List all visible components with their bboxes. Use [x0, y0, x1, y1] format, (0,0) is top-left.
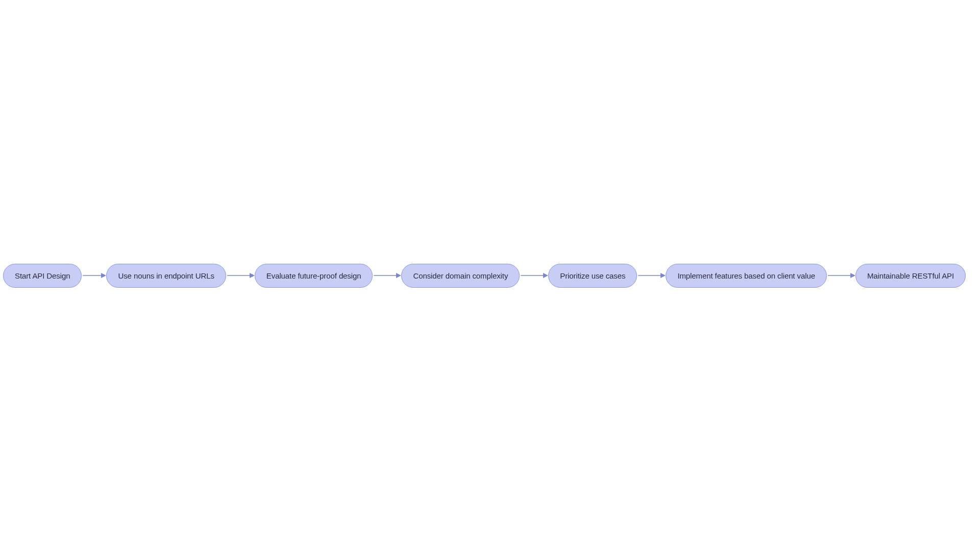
- flow-node-maintainable: Maintainable RESTful API: [855, 264, 966, 288]
- flow-node-label: Use nouns in endpoint URLs: [118, 271, 214, 280]
- flowchart-container: Start API Design Use nouns in endpoint U…: [0, 260, 980, 291]
- svg-marker-7: [543, 273, 548, 278]
- flow-node-features: Implement features based on client value: [666, 264, 827, 288]
- flow-node-label: Evaluate future-proof design: [266, 271, 361, 280]
- flow-node-label: Implement features based on client value: [677, 271, 815, 280]
- flow-node-start: Start API Design: [3, 264, 82, 288]
- flow-node-futureproof: Evaluate future-proof design: [255, 264, 373, 288]
- flow-node-usecases: Prioritize use cases: [548, 264, 637, 288]
- svg-marker-3: [250, 273, 255, 278]
- svg-marker-1: [101, 273, 106, 278]
- flow-node-label: Maintainable RESTful API: [867, 271, 954, 280]
- arrow-icon: [82, 272, 106, 279]
- svg-marker-11: [850, 273, 855, 278]
- flow-node-label: Consider domain complexity: [413, 271, 508, 280]
- flow-node-nouns: Use nouns in endpoint URLs: [106, 264, 226, 288]
- arrow-icon: [373, 272, 401, 279]
- arrow-icon: [226, 272, 255, 279]
- flow-node-label: Start API Design: [15, 271, 70, 280]
- arrow-icon: [637, 272, 666, 279]
- flow-node-label: Prioritize use cases: [560, 271, 625, 280]
- svg-marker-9: [660, 273, 666, 278]
- svg-marker-5: [396, 273, 401, 278]
- arrow-icon: [520, 272, 548, 279]
- arrow-icon: [827, 272, 855, 279]
- flow-node-domain: Consider domain complexity: [401, 264, 520, 288]
